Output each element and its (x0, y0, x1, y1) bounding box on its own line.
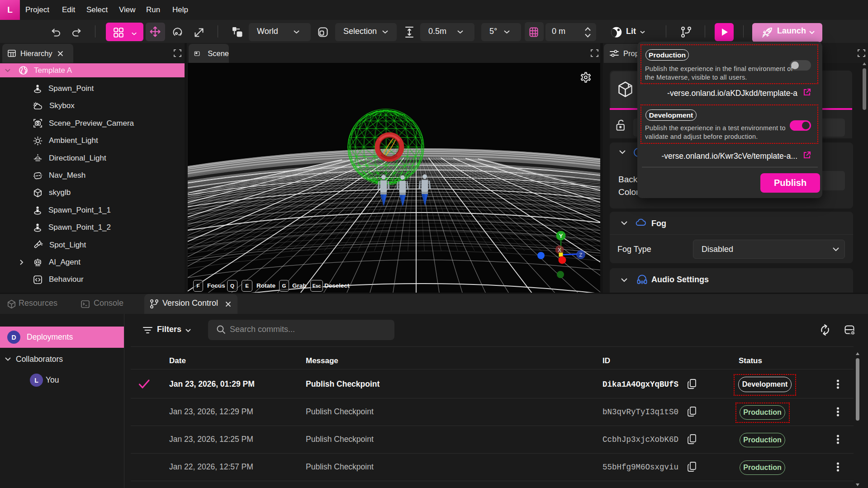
svg-text:Y: Y (559, 232, 563, 239)
svg-text:Z: Z (579, 252, 582, 258)
svg-text:X: X (558, 247, 561, 253)
